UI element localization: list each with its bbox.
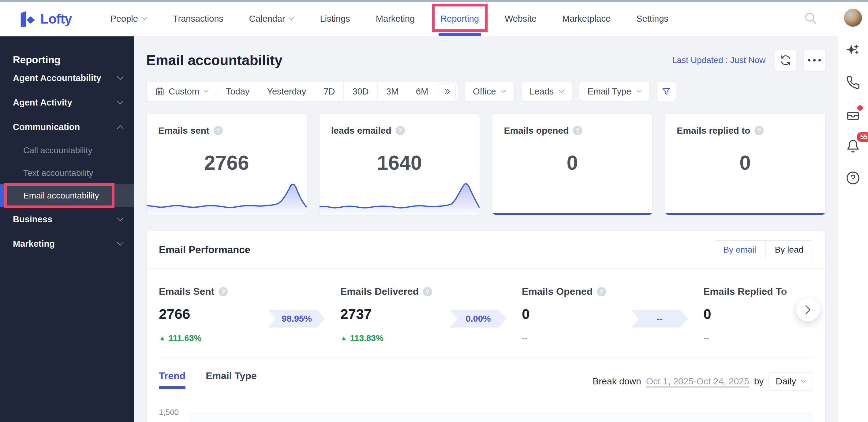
label-fade-overlay bbox=[779, 285, 816, 298]
stat-card-label: Emails sent bbox=[158, 125, 209, 136]
more-options-button[interactable] bbox=[803, 49, 826, 71]
nav-item-people[interactable]: People bbox=[98, 2, 160, 36]
performance-funnel-row: Emails Sent? 2766 ▲111.63% 98.95% Emails… bbox=[147, 269, 825, 343]
help-tooltip-icon[interactable]: ? bbox=[219, 287, 228, 296]
active-item-indicator bbox=[0, 185, 4, 207]
top-navigation-bar: Lofty People Transactions Calendar Listi… bbox=[0, 2, 838, 36]
ellipsis-icon bbox=[808, 59, 821, 62]
sidebar-item-email-accountability[interactable]: Email accountability bbox=[0, 185, 134, 207]
date-preset-6m[interactable]: 6M bbox=[407, 82, 437, 101]
sidebar-item-text-accountability[interactable]: Text accountability bbox=[0, 162, 134, 185]
office-filter-dropdown[interactable]: Office bbox=[465, 82, 515, 101]
date-preset-today[interactable]: Today bbox=[217, 82, 258, 101]
tab-trend[interactable]: Trend bbox=[159, 370, 185, 389]
chevron-down-icon bbox=[117, 76, 124, 80]
email-type-filter-dropdown[interactable]: Email Type bbox=[579, 82, 650, 101]
email-performance-header: Email Performance By email By lead bbox=[147, 231, 825, 269]
notifications-bell-icon[interactable]: 55 bbox=[845, 138, 861, 154]
stat-cards-row: Emails sent? 2766 leads emailed? 1640 bbox=[146, 113, 826, 215]
scroll-metrics-right-button[interactable] bbox=[796, 298, 819, 321]
y-axis-tick: 1,500 bbox=[159, 407, 182, 417]
sidebar-group-agent-accountability[interactable]: Agent Accountability bbox=[13, 66, 124, 90]
help-tooltip-icon[interactable]: ? bbox=[597, 287, 606, 296]
stat-card-value: 0 bbox=[665, 151, 825, 174]
active-tab-underline bbox=[439, 33, 481, 36]
help-icon[interactable] bbox=[845, 170, 861, 186]
date-preset-7d[interactable]: 7D bbox=[315, 82, 343, 101]
chevron-down-icon bbox=[289, 17, 294, 21]
leads-filter-dropdown[interactable]: Leads bbox=[521, 82, 572, 101]
breakdown-controls: Break down Oct 1, 2025-Oct 24, 2025 by D… bbox=[593, 372, 813, 390]
date-preset-3m[interactable]: 3M bbox=[377, 82, 407, 101]
emails-sent-sparkline bbox=[147, 178, 307, 215]
help-tooltip-icon[interactable]: ? bbox=[423, 287, 432, 296]
user-avatar[interactable] bbox=[844, 8, 862, 27]
nav-item-website[interactable]: Website bbox=[492, 2, 549, 36]
date-preset-yesterday[interactable]: Yesterday bbox=[258, 82, 315, 101]
trend-up-icon: ▲ bbox=[159, 334, 165, 342]
metric-emails-sent: Emails Sent? 2766 ▲111.63% bbox=[159, 286, 269, 343]
help-tooltip-icon[interactable]: ? bbox=[396, 126, 405, 135]
phone-icon[interactable] bbox=[845, 75, 861, 91]
ai-assistant-icon[interactable] bbox=[845, 43, 861, 59]
sidebar-title: Reporting bbox=[13, 54, 134, 66]
app-screen: Lofty People Transactions Calendar Listi… bbox=[0, 0, 868, 422]
metric-change: -- bbox=[522, 333, 631, 343]
breakdown-suffix: by bbox=[754, 376, 764, 387]
stat-card-emails-opened: Emails opened? 0 bbox=[492, 113, 653, 215]
tab-email-type[interactable]: Email Type bbox=[206, 370, 257, 389]
interval-dropdown[interactable]: Daily bbox=[769, 372, 813, 390]
toggle-by-lead[interactable]: By lead bbox=[766, 241, 813, 259]
main-content: Email accountability Last Updated : Just… bbox=[134, 36, 838, 422]
metric-emails-opened: Emails Opened? 0 -- bbox=[522, 286, 631, 343]
refresh-button[interactable] bbox=[775, 49, 797, 71]
sidebar-group-marketing[interactable]: Marketing bbox=[13, 231, 124, 256]
last-updated-text: Last Updated : Just Now bbox=[672, 55, 766, 65]
chevron-down-icon bbox=[204, 90, 209, 93]
logo-text: Lofty bbox=[40, 11, 72, 27]
metric-emails-replied-to: Emails Replied To 0 -- bbox=[703, 286, 813, 343]
sidebar-group-communication[interactable]: Communication bbox=[13, 115, 124, 139]
chevron-down-icon bbox=[637, 90, 642, 93]
chevron-down-icon bbox=[142, 17, 147, 21]
date-range-link[interactable]: Oct 1, 2025-Oct 24, 2025 bbox=[646, 376, 749, 387]
nav-item-reporting[interactable]: Reporting bbox=[428, 2, 492, 36]
trend-tabs-row: Trend Email Type Break down Oct 1, 2025-… bbox=[147, 357, 825, 390]
help-tooltip-icon[interactable]: ? bbox=[214, 126, 223, 135]
inbox-unread-dot bbox=[857, 105, 863, 111]
notifications-count-badge: 55 bbox=[857, 132, 868, 142]
section-title: Email Performance bbox=[159, 244, 250, 256]
sidebar-group-business[interactable]: Business bbox=[13, 207, 124, 231]
breakdown-prefix: Break down bbox=[593, 376, 641, 387]
lofty-logo[interactable]: Lofty bbox=[18, 10, 72, 28]
search-icon[interactable] bbox=[804, 12, 817, 26]
trend-up-icon: ▲ bbox=[340, 334, 347, 342]
sidebar-item-call-accountability[interactable]: Call accountability bbox=[0, 139, 134, 162]
nav-item-marketing[interactable]: Marketing bbox=[363, 2, 428, 36]
conversion-rate-badge: -- bbox=[631, 310, 688, 327]
inbox-icon[interactable] bbox=[845, 106, 861, 122]
filter-bar: Custom Today Yesterday 7D 30D 3M 6M Offi… bbox=[146, 82, 826, 101]
advanced-filter-button[interactable] bbox=[656, 82, 676, 101]
email-performance-card: Email Performance By email By lead Email… bbox=[146, 231, 826, 422]
nav-item-calendar[interactable]: Calendar bbox=[236, 2, 307, 36]
date-custom-button[interactable]: Custom bbox=[147, 82, 217, 101]
chart-plot-band bbox=[189, 412, 813, 422]
nav-item-settings[interactable]: Settings bbox=[623, 2, 681, 36]
metric-change: ▲111.63% bbox=[159, 333, 269, 343]
chevron-up-icon bbox=[117, 125, 124, 129]
date-range-segmented-control: Custom Today Yesterday 7D 30D 3M 6M bbox=[146, 82, 458, 101]
emails-replied-sparkline bbox=[665, 213, 825, 215]
calendar-icon bbox=[155, 87, 164, 96]
nav-item-listings[interactable]: Listings bbox=[307, 2, 363, 36]
right-utility-rail: 55 bbox=[838, 2, 868, 422]
nav-item-transactions[interactable]: Transactions bbox=[160, 2, 236, 36]
help-tooltip-icon[interactable]: ? bbox=[573, 126, 582, 135]
nav-item-marketplace[interactable]: Marketplace bbox=[549, 2, 623, 36]
conversion-rate-badge: 0.00% bbox=[450, 310, 506, 327]
date-preset-30d[interactable]: 30D bbox=[343, 82, 377, 101]
help-tooltip-icon[interactable]: ? bbox=[754, 126, 764, 135]
more-date-presets-button[interactable] bbox=[439, 84, 456, 99]
toggle-by-email[interactable]: By email bbox=[714, 241, 765, 259]
sidebar-group-agent-activity[interactable]: Agent Activity bbox=[13, 90, 124, 115]
